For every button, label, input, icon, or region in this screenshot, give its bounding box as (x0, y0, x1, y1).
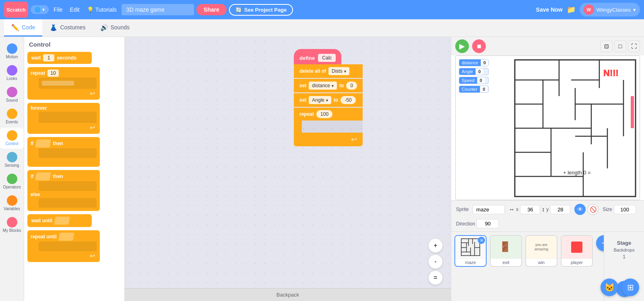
cat-operators-label: Operators (3, 185, 21, 190)
small-stage-button[interactable]: ⊡ (601, 40, 613, 52)
cat-sensing[interactable]: Sensing (0, 149, 24, 170)
variables-dot (7, 195, 17, 206)
cat-operators[interactable]: Operators (0, 171, 24, 192)
y-coord-input[interactable] (550, 205, 570, 214)
cat-events[interactable]: Events (0, 106, 24, 127)
blocks-panel: Control wait 1 seconds repeat 10 ↩ (24, 37, 125, 301)
scratch-logo[interactable]: Scratch (4, 2, 28, 18)
user-menu-arrow: ▾ (633, 7, 636, 13)
globe-icon: 🌐 (35, 7, 41, 12)
if-else-block[interactable]: if then else (27, 170, 121, 211)
sprite-maze-label: maze (455, 258, 486, 266)
cat-looks-label: Looks (6, 76, 17, 81)
sprite-info: Sprite ↔ x ↕ y 👁 🚫 Size (451, 200, 644, 231)
folder-icon-button[interactable]: 📁 (565, 4, 577, 16)
size-input[interactable] (614, 205, 636, 214)
tabs-row: ✏️ Code 👗 Costumes 🔊 Sounds (0, 19, 644, 37)
wait-block[interactable]: wait 1 seconds (27, 52, 121, 64)
svg-text:N!!!: N!!! (603, 68, 619, 78)
myblocks-dot (7, 217, 17, 227)
right-panel: ▶ ⏹ ⊡ □ ⛶ distance 0 Angle 0 (451, 37, 644, 301)
cat-myblocks[interactable]: My Blocks (0, 215, 24, 235)
tab-code[interactable]: ✏️ Code (4, 19, 42, 37)
var-monitor-angle: Angle 0 (459, 68, 489, 75)
tab-sounds[interactable]: 🔊 Sounds (93, 19, 137, 37)
stage-controls-top: ▶ ⏹ ⊡ □ ⛶ (451, 37, 644, 55)
sprite-label: Sprite (456, 207, 469, 212)
show-visible-button[interactable]: 👁 (574, 204, 586, 215)
play-controls: ▶ ⏹ (455, 39, 486, 53)
see-project-button[interactable]: 🔄 See Project Page (229, 4, 293, 16)
globe-arrow: ▾ (42, 7, 45, 12)
looks-dot (7, 65, 17, 76)
zoom-reset-button[interactable]: = (428, 270, 443, 285)
svg-text:+ length 0 =: + length 0 = (563, 170, 591, 176)
normal-stage-button[interactable]: □ (614, 40, 626, 52)
add-sprite-area: + (596, 235, 604, 253)
operators-dot (7, 174, 17, 184)
direction-label: Direction (456, 221, 475, 227)
zoom-in-button[interactable]: + (428, 238, 443, 253)
repeat-until-block[interactable]: repeat until ↩ (27, 230, 121, 262)
code-tab-icon: ✏️ (11, 24, 19, 31)
if-then-block[interactable]: if then end (27, 137, 121, 167)
x-coord-input[interactable] (520, 205, 540, 214)
script-canvas: define Calc delete all of Dists ▾ set di… (125, 37, 451, 301)
save-now-button[interactable]: Save Now (536, 6, 563, 13)
share-button[interactable]: Share (196, 4, 227, 15)
cat-control[interactable]: Control (0, 128, 24, 149)
project-name-input[interactable] (122, 4, 194, 15)
add-sprite-button[interactable]: + (596, 235, 604, 251)
sprite-name-input[interactable] (473, 205, 505, 214)
top-nav: Scratch 🌐 ▾ File Edit 💡 Tutorials Share … (0, 0, 644, 19)
tab-costumes[interactable]: 👗 Costumes (42, 19, 93, 37)
var-monitor-speed: Speed 0 (459, 77, 489, 84)
zoom-out-button[interactable]: - (428, 254, 443, 269)
sprite-info-row: Sprite ↔ x ↕ y 👁 🚫 Size (456, 204, 639, 228)
fullscreen-button[interactable]: ⛶ (628, 40, 640, 52)
stage-label: Stage (617, 240, 631, 246)
sprite-maze-delete[interactable]: ✕ (478, 237, 485, 244)
forever-block[interactable]: forever ↩ (27, 103, 121, 134)
sprite-exit[interactable]: 🚪 exit (490, 235, 522, 267)
stage-size-buttons: ⊡ □ ⛶ (601, 40, 640, 52)
cat-sound[interactable]: Sound (0, 84, 24, 105)
stage-canvas: distance 0 Angle 0 Speed 0 Counter 0 (455, 55, 640, 200)
language-button[interactable]: 🌐 ▾ (31, 5, 49, 14)
sprite-win-label: win (526, 258, 557, 266)
backpack-bar[interactable]: Backpack (125, 288, 451, 301)
wait-until-block[interactable]: wait until (27, 214, 121, 227)
bottom-right-buttons: 🐱 ⊞ (601, 278, 639, 296)
direction-input[interactable] (477, 219, 499, 228)
cat-motion[interactable]: Motion (0, 41, 24, 62)
y-axis-icon: ↕ (542, 206, 545, 213)
user-menu-button[interactable]: W WiingyClasses ▾ (580, 3, 640, 16)
script-area[interactable]: define Calc delete all of Dists ▾ set di… (125, 37, 451, 301)
cat-variables[interactable]: Variables (0, 193, 24, 214)
green-flag-button[interactable]: ▶ (455, 39, 469, 53)
sprite-player[interactable]: player (561, 235, 593, 267)
sprite-win[interactable]: you areamazing win (525, 235, 557, 267)
stop-button[interactable]: ⏹ (472, 39, 486, 53)
cat-control-label: Control (5, 141, 18, 146)
file-menu-button[interactable]: File (51, 5, 65, 14)
extensions-button[interactable]: ⊞ (621, 278, 639, 296)
sprites-area: ✕ (451, 232, 604, 301)
canvas-block-group[interactable]: define Calc delete all of Dists ▾ set di… (294, 49, 363, 146)
tutorials-button[interactable]: 💡 Tutorials (85, 5, 119, 14)
folder-icon: 📁 (567, 6, 576, 14)
sprite-maze[interactable]: ✕ (454, 235, 487, 267)
svg-rect-19 (631, 96, 634, 128)
repeat-block[interactable]: repeat 10 ↩ (27, 67, 121, 100)
chat-button[interactable]: 🐱 (601, 278, 618, 296)
show-hidden-button[interactable]: 🚫 (587, 204, 599, 215)
maze-render: N!!! + length 0 = (511, 56, 640, 200)
x-y-icon: ↔ (509, 206, 514, 213)
cat-looks[interactable]: Looks (0, 63, 24, 84)
cat-sensing-label: Sensing (4, 163, 19, 168)
see-project-icon: 🔄 (235, 7, 242, 13)
sprite-player-label: player (561, 258, 592, 266)
cat-variables-label: Variables (4, 207, 20, 211)
edit-menu-button[interactable]: Edit (68, 5, 82, 14)
size-label: Size (603, 207, 612, 212)
